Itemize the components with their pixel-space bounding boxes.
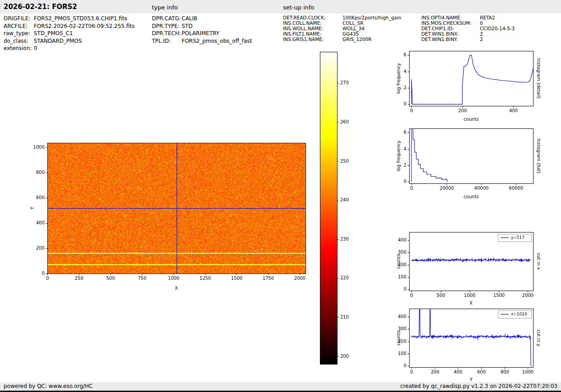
field-label: DPR.TECH: xyxy=(152,30,182,37)
info-field-row: INS.COLL.NAME:COLL_SR xyxy=(283,20,401,26)
type-info-column: DPR.CATG:CALIBDPR.TYPE:STDDPR.TECH:POLAR… xyxy=(152,15,252,45)
field-label: TPL.ID: xyxy=(152,37,182,45)
field-label: DET.WIN1.BINX: xyxy=(421,31,480,36)
field-label: INS.FILT1.NAME: xyxy=(283,31,342,36)
field-value: GG435 xyxy=(342,31,359,36)
field-label: DET.READ.CLOCK: xyxy=(283,15,342,20)
field-value: 2 xyxy=(480,31,483,36)
colorbar xyxy=(318,50,349,367)
field-value: 100Kps/2ports/high_gain xyxy=(342,15,401,20)
field-label: DET.CHIP1.ID: xyxy=(421,26,480,31)
info-field-row: DET.WIN1.BINX:2 xyxy=(421,31,515,36)
info-field-row: do_class:STANDARD_PMOS xyxy=(4,37,135,45)
field-value: POLARIMETRY xyxy=(182,30,219,36)
footer-right-text: created by qc_rawdisp.py v1.2.3 on 2026-… xyxy=(400,382,557,391)
info-field-row: DPR.TYPE:STD xyxy=(152,23,252,30)
type-info-heading: type info xyxy=(152,4,178,11)
field-label: ORIGFILE: xyxy=(4,15,34,23)
info-field-row: extension:0 xyxy=(4,45,135,52)
field-value: FORS2_pmos_obs_off_fast xyxy=(182,38,252,44)
field-label: DET.WIN1.BINY: xyxy=(421,36,480,42)
field-value: CCID20-14-5-3 xyxy=(480,26,515,31)
footer-bar: powered by QC: www.eso.org/HC created by… xyxy=(0,382,561,392)
info-field-row: INS.WOLL.NAME:WOLL_34 xyxy=(283,26,401,31)
qc-report-page: 2026-02-21: FORS2 type info set-up info … xyxy=(0,0,561,392)
histogram-full-plot xyxy=(394,125,543,201)
field-value: STD_PMOS_C1 xyxy=(34,30,73,36)
info-field-row: INS.GRIS1.NAME:GRIS_1200R xyxy=(283,36,401,42)
info-field-row: INS.MOS.CHECKSUM:0 xyxy=(421,20,515,26)
field-value: FORS2_PMOS_STD053.6.CHIP1.fits xyxy=(34,15,127,22)
info-field-row: ORIGFILE:FORS2_PMOS_STD053.6.CHIP1.fits xyxy=(4,15,135,23)
info-field-row: DPR.TECH:POLARIMETRY xyxy=(152,30,252,37)
field-label: DPR.CATG: xyxy=(152,15,182,23)
top-bar: 2026-02-21: FORS2 type info set-up info xyxy=(0,0,561,14)
info-field-row: DET.WIN1.BINY:2 xyxy=(421,36,515,42)
field-value: 0 xyxy=(34,45,37,51)
info-field-row: DET.READ.CLOCK:100Kps/2ports/high_gain xyxy=(283,15,401,20)
page-title: 2026-02-21: FORS2 xyxy=(4,3,77,11)
cut-in-x-plot xyxy=(394,228,543,307)
info-field-row: TPL.ID:FORS2_pmos_obs_off_fast xyxy=(152,37,252,45)
field-value: COLL_SR xyxy=(342,20,364,26)
info-field-row: raw_type:STD_PMOS_C1 xyxy=(4,30,135,37)
field-value: FORS2.2026-02-22T06:09:52.255.fits xyxy=(34,23,135,29)
info-field-row: INS.OPTI4.NAME:RETA2 xyxy=(421,15,515,20)
field-value: GRIS_1200R xyxy=(342,36,371,42)
field-value: STANDARD_PMOS xyxy=(34,38,82,44)
histogram-detail-plot xyxy=(394,47,543,124)
field-label: DPR.TYPE: xyxy=(152,23,182,30)
field-label: INS.WOLL.NAME: xyxy=(283,26,342,31)
info-field-row: DPR.CATG:CALIB xyxy=(152,15,252,23)
info-field-row: INS.FILT1.NAME:GG435 xyxy=(283,31,401,36)
raw-image-plot xyxy=(27,140,311,295)
field-value: CALIB xyxy=(182,15,197,22)
footer-left-text: powered by QC: www.eso.org/HC xyxy=(4,382,93,391)
field-label: extension: xyxy=(4,45,34,52)
field-label: do_class: xyxy=(4,37,34,45)
field-label: INS.OPTI4.NAME: xyxy=(421,15,480,20)
cut-in-y-plot xyxy=(394,305,543,384)
setup-info-column-1: DET.READ.CLOCK:100Kps/2ports/high_gainIN… xyxy=(283,15,401,42)
field-label: INS.GRIS1.NAME: xyxy=(283,36,342,42)
field-value: 2 xyxy=(480,36,483,42)
field-value: WOLL_34 xyxy=(342,26,365,31)
field-label: INS.COLL.NAME: xyxy=(283,20,342,26)
field-value: STD xyxy=(182,23,192,29)
field-label: raw_type: xyxy=(4,30,34,37)
field-label: ARCFILE: xyxy=(4,23,34,30)
setup-info-column-2: INS.OPTI4.NAME:RETA2INS.MOS.CHECKSUM:0DE… xyxy=(421,15,515,42)
field-value: 0 xyxy=(480,20,483,26)
field-value: RETA2 xyxy=(480,15,495,20)
setup-info-heading: set-up info xyxy=(283,4,315,11)
info-field-row: ARCFILE:FORS2.2026-02-22T06:09:52.255.fi… xyxy=(4,23,135,30)
field-label: INS.MOS.CHECKSUM: xyxy=(421,20,480,26)
info-field-row: DET.CHIP1.ID:CCID20-14-5-3 xyxy=(421,26,515,31)
file-info-column: ORIGFILE:FORS2_PMOS_STD053.6.CHIP1.fitsA… xyxy=(4,15,135,52)
